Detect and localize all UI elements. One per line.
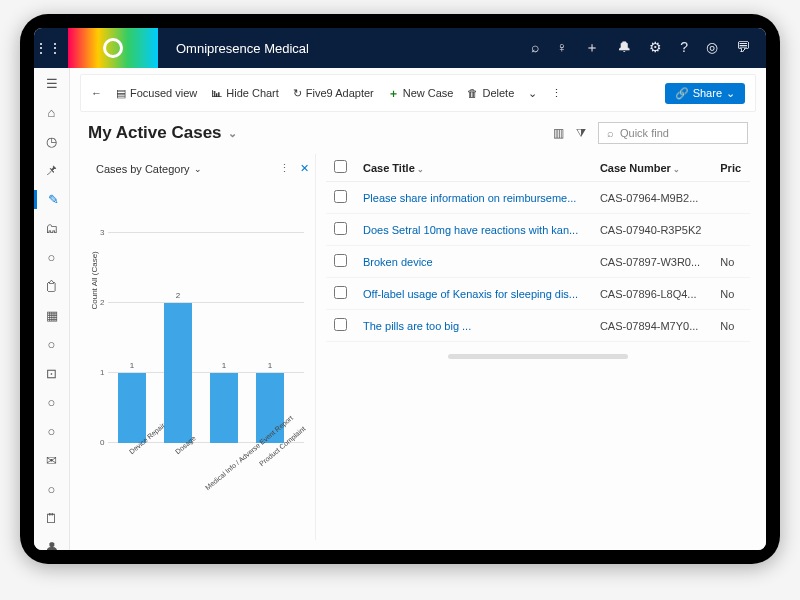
cell-title[interactable]: The pills are too big ...: [355, 310, 592, 342]
rail-item-16[interactable]: 👤︎: [34, 538, 69, 550]
row-checkbox[interactable]: [334, 254, 347, 267]
table-row[interactable]: Broken device CAS-07897-W3R0... No: [326, 246, 750, 278]
rail-item-10[interactable]: ⊡: [34, 364, 69, 383]
help-icon[interactable]: ?: [680, 39, 688, 57]
focused-label: Focused view: [130, 87, 197, 99]
cell-number: CAS-07897-W3R0...: [592, 246, 712, 278]
table-row[interactable]: Does Setral 10mg have reactions with kan…: [326, 214, 750, 246]
column-options-icon[interactable]: ▥: [553, 126, 564, 140]
chart-panel: Cases by Category ⌄ ⋮ ✕ Count All (Case): [86, 154, 316, 540]
rail-item-5[interactable]: 🗂︎: [34, 219, 69, 238]
rail-item-9[interactable]: ○: [34, 335, 69, 354]
rail-home-icon[interactable]: ⌂: [34, 103, 69, 122]
tablet-frame: ⋮⋮⋮ Omnipresence Medical ⌕ ♀ ＋ 🔔︎ ⚙ ? ◎ …: [20, 14, 780, 564]
search-placeholder: Quick find: [620, 127, 669, 139]
cell-title[interactable]: Off-label usage of Kenaxis for sleeping …: [355, 278, 592, 310]
row-checkbox[interactable]: [334, 318, 347, 331]
rail-item-8[interactable]: ▦: [34, 306, 69, 325]
ytick-1: 1: [100, 368, 104, 377]
filter-icon[interactable]: ⧩: [576, 126, 586, 140]
col-case-number[interactable]: Case Number⌄: [592, 154, 712, 182]
chart-overflow-icon[interactable]: ⋮: [279, 162, 290, 175]
rail-recent-icon[interactable]: ◷: [34, 132, 69, 151]
overflow-button[interactable]: ⋮: [551, 87, 562, 100]
search-icon[interactable]: ⌕: [531, 39, 539, 57]
target-icon[interactable]: ◎: [706, 39, 718, 57]
chat-icon[interactable]: 💬︎: [736, 39, 750, 57]
focused-view-button[interactable]: ▤Focused view: [116, 87, 197, 100]
rail-menu-icon[interactable]: ☰: [34, 74, 69, 93]
bar-2[interactable]: 1: [210, 373, 238, 443]
bar-3-val: 1: [256, 361, 284, 370]
cell-number: CAS-07896-L8Q4...: [592, 278, 712, 310]
new-case-button[interactable]: ＋New Case: [388, 86, 454, 101]
row-checkbox[interactable]: [334, 222, 347, 235]
ytick-2: 2: [100, 298, 104, 307]
col-case-title[interactable]: Case Title⌄: [355, 154, 592, 182]
chevron-down-icon[interactable]: ⌄: [194, 164, 202, 174]
chart-title[interactable]: Cases by Category: [96, 163, 190, 175]
plus-icon[interactable]: ＋: [585, 39, 599, 57]
chart-y-axis-label: Count All (Case): [90, 251, 99, 309]
app-title: Omnipresence Medical: [176, 41, 531, 56]
ytick-0: 0: [100, 438, 104, 447]
focused-icon: ▤: [116, 87, 126, 100]
row-checkbox[interactable]: [334, 190, 347, 203]
chart-icon: 📊︎: [211, 87, 222, 99]
adapter-button[interactable]: ↻Five9 Adapter: [293, 87, 374, 100]
left-rail: ☰ ⌂ ◷ 📌︎ ✎ 🗂︎ ○ 📋︎ ▦ ○ ⊡ ○ ○ ✉ ○ 🗒︎ 👤︎ ▭…: [34, 68, 70, 550]
rail-item-11[interactable]: ○: [34, 393, 69, 412]
rail-cases-icon[interactable]: ✎: [34, 190, 69, 209]
chart-close-icon[interactable]: ✕: [300, 162, 309, 175]
bar-1-val: 2: [164, 291, 192, 300]
row-checkbox[interactable]: [334, 286, 347, 299]
chevron-down-icon: ⌄: [726, 87, 735, 100]
content-split: Cases by Category ⌄ ⋮ ✕ Count All (Case): [70, 144, 766, 550]
horizontal-scrollbar[interactable]: [448, 354, 628, 359]
waffle-icon[interactable]: ⋮⋮⋮: [34, 40, 68, 56]
new-case-label: New Case: [403, 87, 454, 99]
table-row[interactable]: Please share information on reimburseme.…: [326, 182, 750, 214]
hide-chart-label: Hide Chart: [226, 87, 279, 99]
bar-0-val: 1: [118, 361, 146, 370]
cell-prio: [712, 182, 750, 214]
rail-item-15[interactable]: 🗒︎: [34, 509, 69, 528]
delete-chevron[interactable]: ⌄: [528, 87, 537, 100]
lightbulb-icon[interactable]: ♀: [557, 39, 568, 57]
share-label: Share: [693, 87, 722, 99]
chevron-down-icon: ⌄: [228, 127, 237, 140]
bar-0[interactable]: 1: [118, 373, 146, 443]
share-icon: 🔗: [675, 87, 689, 100]
back-button[interactable]: ←: [91, 87, 102, 99]
rail-item-12[interactable]: ○: [34, 422, 69, 441]
rail-item-6[interactable]: ○: [34, 248, 69, 267]
col-priority[interactable]: Pric: [712, 154, 750, 182]
cell-title[interactable]: Please share information on reimburseme.…: [355, 182, 592, 214]
refresh-icon: ↻: [293, 87, 302, 100]
rail-item-7[interactable]: 📋︎: [34, 277, 69, 296]
table-row[interactable]: The pills are too big ... CAS-07894-M7Y0…: [326, 310, 750, 342]
chart-area: Count All (Case) 0 1 2 3 1: [108, 189, 308, 469]
share-button[interactable]: 🔗Share ⌄: [665, 83, 745, 104]
cell-number: CAS-07894-M7Y0...: [592, 310, 712, 342]
view-title[interactable]: My Active Cases ⌄: [88, 123, 237, 143]
cell-prio: No: [712, 246, 750, 278]
bar-1[interactable]: 2: [164, 303, 192, 443]
rail-item-14[interactable]: ○: [34, 480, 69, 499]
ytick-3: 3: [100, 228, 104, 237]
gear-icon[interactable]: ⚙: [649, 39, 662, 57]
cell-prio: [712, 214, 750, 246]
search-icon: ⌕: [607, 127, 614, 139]
quick-find-box[interactable]: ⌕ Quick find: [598, 122, 748, 144]
cell-title[interactable]: Broken device: [355, 246, 592, 278]
rail-item-13[interactable]: ✉: [34, 451, 69, 470]
hide-chart-button[interactable]: 📊︎Hide Chart: [211, 87, 279, 99]
delete-button[interactable]: 🗑︎Delete: [467, 87, 514, 99]
cell-title[interactable]: Does Setral 10mg have reactions with kan…: [355, 214, 592, 246]
brand-circle-icon: [103, 38, 123, 58]
rail-pin-icon[interactable]: 📌︎: [34, 161, 69, 180]
table-row[interactable]: Off-label usage of Kenaxis for sleeping …: [326, 278, 750, 310]
adapter-label: Five9 Adapter: [306, 87, 374, 99]
bell-icon[interactable]: 🔔︎: [617, 39, 631, 57]
header-checkbox[interactable]: [326, 154, 355, 182]
